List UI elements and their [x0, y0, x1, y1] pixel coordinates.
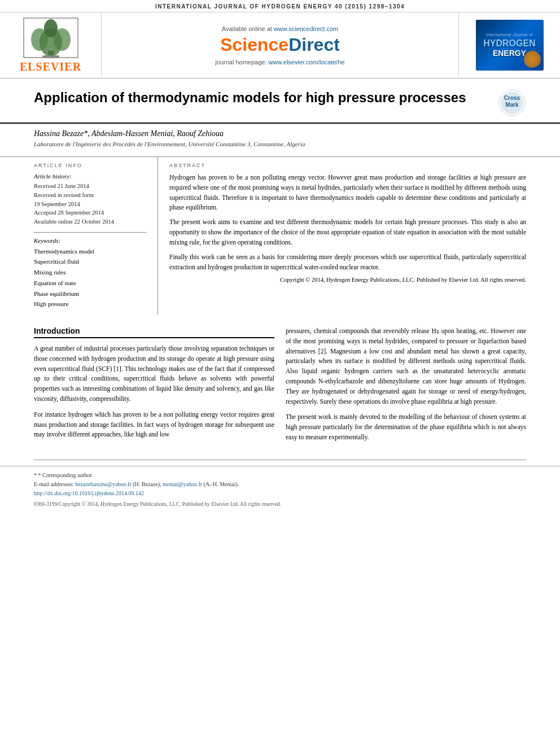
- abstract-copyright: Copyright © 2014, Hydrogen Energy Public…: [169, 277, 526, 283]
- corresponding-text: * Corresponding author.: [38, 472, 93, 478]
- keyword-eos: Equation of state: [34, 278, 146, 289]
- abstract-label: ABSTRACT: [169, 163, 526, 168]
- science-text: Science: [220, 34, 288, 55]
- asterisk-icon: *: [34, 472, 37, 478]
- introduction-column: Introduction A great number of industria…: [34, 326, 274, 448]
- sciencedirect-area: Available online at www.sciencedirect.co…: [102, 12, 458, 78]
- keywords-title: Keywords:: [34, 237, 146, 244]
- svg-text:Cross: Cross: [504, 95, 520, 101]
- email2-link[interactable]: meniai@yahoo.fr: [163, 481, 202, 487]
- right-paragraph1: pressures, chemical compounds that rever…: [286, 326, 526, 407]
- article-title-section: Application of thermodynamic models for …: [0, 78, 560, 124]
- cover-hydrogen: HYDROGEN: [483, 38, 535, 49]
- elsevier-logo-area: ELSEVIER: [0, 12, 102, 78]
- authors-section: Hassina Bezaze*, Abdeslam-Hassen Meniai,…: [0, 124, 560, 151]
- svg-text:Mark: Mark: [505, 102, 519, 108]
- elsevier-wordmark: ELSEVIER: [20, 60, 81, 73]
- affiliation-text: Laboratoire de l'Ingénierie des Procédés…: [34, 141, 526, 147]
- banner: ELSEVIER Available online at www.science…: [0, 12, 560, 78]
- info-divider: [34, 232, 146, 233]
- abstract-paragraph1: Hydrogen has proven to be a non pollutin…: [169, 173, 526, 213]
- crossmark-badge-icon: Cross Mark: [498, 89, 526, 117]
- authors-list: Hassina Bezaze*, Abdeslam-Hassen Meniai,…: [34, 129, 526, 138]
- available-online-date: Available online 22 October 2014: [34, 217, 146, 226]
- email-footnote: E-mail addresses: bezazehassina@yahoo.fr…: [34, 480, 526, 489]
- accepted-date: Accepted 28 September 2014: [34, 208, 146, 217]
- right-paragraph2: The present work is mainly devoted to th…: [286, 412, 526, 442]
- direct-text: Direct: [288, 34, 340, 55]
- title-row: Application of thermodynamic models for …: [34, 89, 526, 117]
- email2-name: (A.-H. Meniai).: [204, 481, 239, 487]
- journal-header: INTERNATIONAL JOURNAL OF HYDROGEN ENERGY…: [0, 0, 560, 12]
- cover-decoration: [524, 51, 541, 68]
- doi-line: http://dx.doi.org/10.1016/j.ijhydene.201…: [34, 489, 526, 498]
- revised-date: 19 September 2014: [34, 200, 146, 209]
- footer-copyright: 0360-3199/Copyright © 2014, Hydrogen Ene…: [34, 501, 526, 507]
- received-revised-label: Received in revised form: [34, 191, 146, 200]
- introduction-title: Introduction: [34, 326, 274, 338]
- elsevier-logo: ELSEVIER: [20, 17, 81, 73]
- intro-paragraph1: A great number of industrial processes p…: [34, 344, 274, 404]
- journal-cover-area: International Journal of HYDROGEN ENERGY: [458, 12, 560, 78]
- intro-paragraph2: For instance hydrogen which has proven t…: [34, 410, 274, 440]
- svg-point-4: [44, 19, 58, 37]
- keyword-mixing: Mixing rules: [34, 267, 146, 278]
- abstract-paragraph2: The present work aims to examine and tes…: [169, 217, 526, 247]
- cover-top-text: International Journal of: [486, 32, 533, 38]
- keyword-pressure: High pressure: [34, 299, 146, 309]
- article-info-abstract: ARTICLE INFO Article history: Received 2…: [0, 156, 560, 315]
- sciencedirect-brand: ScienceDirect: [220, 34, 340, 55]
- keyword-phase: Phase equilibrium: [34, 289, 146, 299]
- journal-url[interactable]: www.elsevier.com/locate/he: [269, 59, 345, 65]
- journal-cover-image: International Journal of HYDROGEN ENERGY: [476, 20, 544, 71]
- abstract-column: ABSTRACT Hydrogen has proven to be a non…: [158, 157, 526, 315]
- email1-name: (H. Bezaze),: [133, 481, 161, 487]
- received-date: Received 21 June 2014: [34, 182, 146, 191]
- elsevier-tree-icon: [23, 17, 79, 59]
- email1-link[interactable]: bezazehassina@yahoo.fr: [75, 481, 131, 487]
- keyword-supercritical: Supercritical fluid: [34, 256, 146, 267]
- footer-divider: [34, 460, 526, 460]
- article-info-column: ARTICLE INFO Article history: Received 2…: [34, 157, 158, 315]
- doi-link[interactable]: http://dx.doi.org/10.1016/j.ijhydene.201…: [34, 490, 144, 496]
- main-content: Introduction A great number of industria…: [0, 315, 560, 460]
- history-title: Article history:: [34, 173, 146, 180]
- journal-homepage-line: journal homepage: www.elsevier.com/locat…: [215, 59, 344, 65]
- keyword-thermodynamics: Thermodynamics model: [34, 246, 146, 257]
- email-label: E-mail addresses:: [34, 481, 74, 487]
- footer: * * Corresponding author. E-mail address…: [0, 466, 560, 512]
- available-online-text: Available online at www.sciencedirect.co…: [222, 25, 338, 32]
- abstract-paragraph3: Finally this work can be seen as a basis…: [169, 252, 526, 273]
- article-info-label: ARTICLE INFO: [34, 163, 146, 168]
- sciencedirect-url[interactable]: www.sciencedirect.com: [274, 25, 338, 32]
- corresponding-author-note: * * Corresponding author.: [34, 471, 526, 480]
- article-history-block: Article history: Received 21 June 2014 R…: [34, 173, 146, 226]
- right-content-column: pressures, chemical compounds that rever…: [286, 326, 526, 448]
- keywords-block: Keywords: Thermodynamics model Supercrit…: [34, 237, 146, 309]
- article-title: Application of thermodynamic models for …: [34, 89, 498, 106]
